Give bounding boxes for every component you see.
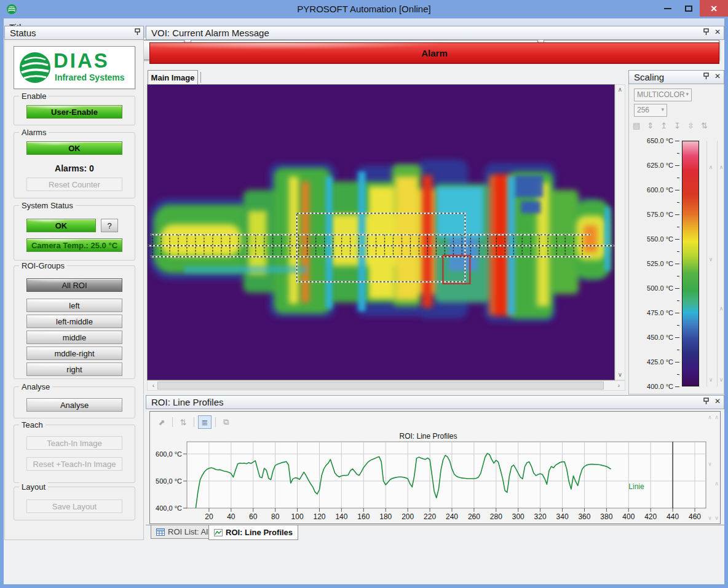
- x-tick-label: 360: [578, 512, 590, 521]
- slider-down-icon[interactable]: ∨: [707, 256, 714, 262]
- line-profiles-header: ROI: Line Profiles ✕: [146, 395, 724, 409]
- image-horizontal-scrollbar[interactable]: ‹ ›: [147, 380, 625, 391]
- scale-label: 400.0 °C: [629, 383, 673, 390]
- scroll-down-icon[interactable]: ∨: [713, 515, 720, 521]
- scale-tick: [675, 141, 679, 141]
- x-tick-label: 280: [490, 512, 502, 521]
- pin-icon[interactable]: [703, 73, 709, 80]
- status-panel: Status DIAS Infrared Systems Enable User…: [4, 26, 144, 540]
- enable-group-label: Enable: [19, 92, 49, 101]
- levels-select[interactable]: 256▾: [634, 104, 667, 117]
- roi-group-middle-right-button[interactable]: mddle-right: [26, 347, 122, 360]
- scale-tick: [675, 386, 679, 387]
- scroll-up-icon[interactable]: ∧: [713, 480, 720, 487]
- thermal-image[interactable]: [147, 84, 615, 380]
- scale-minor-tick: [677, 251, 679, 252]
- slider-up-icon[interactable]: ∧: [707, 164, 714, 170]
- properties-icon[interactable]: ▤: [633, 121, 640, 133]
- window-frame: Title Admin Template Administration Stat…: [0, 18, 728, 588]
- scroll-down-icon[interactable]: ∨: [706, 515, 713, 521]
- close-panel-icon[interactable]: ✕: [714, 398, 721, 405]
- tab-main-image[interactable]: Main Image: [148, 70, 198, 84]
- pin-icon[interactable]: [703, 28, 709, 36]
- save-layout-button[interactable]: Save Layout: [26, 500, 122, 513]
- scroll-right-icon[interactable]: ›: [614, 383, 623, 389]
- analyse-group: Analyse Analyse: [14, 386, 135, 418]
- alarm-counter: Alarms: 0: [14, 163, 135, 173]
- scale-label: 550.0 °C: [629, 235, 673, 243]
- expand-range-icon[interactable]: ⇳: [687, 121, 694, 133]
- slider-down-icon[interactable]: ∨: [707, 377, 714, 383]
- close-panel-icon[interactable]: ✕: [714, 73, 721, 80]
- min-range-slider[interactable]: ∧ ∧ ∨: [717, 141, 724, 386]
- line-chart-icon: [214, 529, 223, 536]
- pin-icon[interactable]: [703, 398, 709, 405]
- chart-scrollbar-right-col[interactable]: ∧ ∧ ∨: [713, 413, 720, 522]
- reset-teach-in-image-button[interactable]: Reset +Teach-In Image: [26, 457, 122, 471]
- roi-group-left-button[interactable]: left: [26, 299, 122, 312]
- tab-roi-list[interactable]: ROI List: All: [151, 525, 215, 539]
- auto-range-icon[interactable]: ⇕: [647, 121, 654, 133]
- scroll-left-icon[interactable]: ‹: [149, 383, 158, 389]
- line-profile-chart[interactable]: 2040608010012014016018020022024026028030…: [150, 440, 713, 523]
- scroll-down-icon[interactable]: ∨: [615, 372, 625, 378]
- user-enable-button[interactable]: User-Enable: [26, 105, 122, 119]
- slider-down-icon[interactable]: ∨: [718, 377, 725, 383]
- palette-select[interactable]: MULTICOLOR▾: [634, 88, 692, 101]
- status-panel-title: Status: [10, 28, 36, 38]
- maximize-button[interactable]: [679, 0, 698, 17]
- roi-group-right-button[interactable]: right: [26, 363, 122, 376]
- analyse-group-label: Analyse: [19, 382, 52, 391]
- line-profiles-title: ROI: Line Profiles: [151, 397, 224, 407]
- copy-icon[interactable]: ⧉: [220, 415, 233, 429]
- teach-in-image-button[interactable]: Teach-In Image: [26, 436, 122, 450]
- scale-tick: [675, 288, 679, 289]
- scroll-up-icon[interactable]: ∧: [615, 87, 625, 93]
- x-tick-label: 160: [357, 512, 370, 521]
- roi-group-middle-button[interactable]: middle: [26, 331, 122, 344]
- scale-tick: [675, 264, 679, 264]
- max-range-slider[interactable]: ∧ ∨ ∨: [706, 141, 714, 386]
- scroll-up-icon[interactable]: ∧: [713, 414, 720, 420]
- close-panel-icon[interactable]: ✕: [714, 28, 721, 36]
- x-tick-label: 100: [291, 512, 304, 521]
- lower-max-icon[interactable]: ↧: [674, 121, 681, 133]
- chart-scrollbar-left-col[interactable]: ∧ ∨ ∨: [706, 413, 713, 522]
- scale-tick: [675, 214, 679, 215]
- close-icon: ✕: [710, 4, 718, 14]
- x-tick-label: 200: [402, 512, 414, 521]
- auto-scale-icon[interactable]: ⇅: [176, 415, 190, 429]
- slider-up-icon[interactable]: ∧: [718, 164, 725, 170]
- camera-temp-button[interactable]: Camera Temp.: 25.0 °C: [26, 238, 122, 252]
- roi-group-left-middle-button[interactable]: left-middle: [26, 315, 122, 328]
- export-icon[interactable]: ⬈: [155, 415, 168, 429]
- scale-minor-tick: [677, 276, 679, 276]
- reset-counter-button[interactable]: Reset Counter: [26, 178, 122, 191]
- list-view-icon[interactable]: ≣: [198, 415, 212, 429]
- system-ok-button[interactable]: OK: [26, 219, 96, 232]
- image-vertical-scrollbar[interactable]: ∧ ∨: [615, 84, 625, 380]
- scale-minor-tick: [677, 350, 679, 350]
- scroll-down-icon[interactable]: ∨: [706, 461, 713, 467]
- scrollbar-thumb[interactable]: [157, 382, 604, 390]
- narrow-range-icon[interactable]: ⇅: [701, 121, 708, 133]
- raise-max-icon[interactable]: ↥: [660, 121, 667, 133]
- layout-group: Layout Save Layout: [14, 487, 135, 520]
- close-button[interactable]: ✕: [700, 0, 728, 17]
- voi-panel-header: VOI: Current Alarm Message ✕: [146, 26, 724, 40]
- roi-group-all-button[interactable]: All ROI: [26, 278, 122, 292]
- analyse-button[interactable]: Analyse: [26, 398, 122, 412]
- slider-up-icon[interactable]: ∧: [718, 305, 725, 312]
- chart-title: ROI: Line Profiles: [150, 432, 706, 441]
- minimize-button[interactable]: [658, 0, 678, 17]
- layout-group-label: Layout: [19, 482, 48, 492]
- pin-icon[interactable]: [135, 28, 140, 36]
- toolbar-separator: [172, 417, 173, 427]
- tab-roi-line-profiles[interactable]: ROI: Line Profiles: [208, 525, 298, 540]
- alarms-ok-button[interactable]: OK: [26, 141, 122, 155]
- scale-tick: [675, 190, 679, 190]
- help-button[interactable]: ?: [101, 219, 118, 232]
- x-tick-label: 320: [534, 512, 547, 521]
- dias-brand-text: DIAS: [53, 49, 109, 73]
- scroll-up-icon[interactable]: ∧: [706, 414, 713, 420]
